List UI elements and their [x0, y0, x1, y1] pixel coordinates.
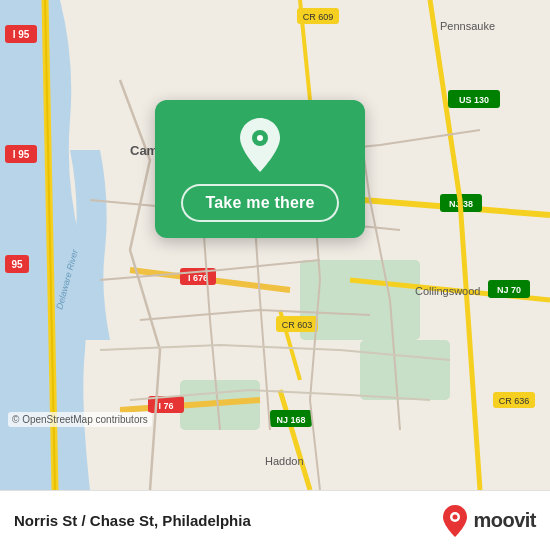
svg-text:NJ 70: NJ 70 [497, 285, 521, 295]
svg-text:I 95: I 95 [13, 149, 30, 160]
svg-text:95: 95 [11, 259, 23, 270]
svg-text:CR 603: CR 603 [282, 320, 313, 330]
take-me-there-button[interactable]: Take me there [181, 184, 338, 222]
bottom-bar: Norris St / Chase St, Philadelphia moovi… [0, 490, 550, 550]
svg-text:Haddon: Haddon [265, 455, 304, 467]
map-container: I 95 I 95 95 NJ 38 US 130 NJ 70 CR 609 C… [0, 0, 550, 490]
location-label: Norris St / Chase St, Philadelphia [14, 512, 251, 529]
svg-text:I 676: I 676 [188, 273, 208, 283]
svg-text:US 130: US 130 [459, 95, 489, 105]
moovit-brand-text: moovit [473, 509, 536, 532]
svg-rect-2 [360, 340, 450, 400]
svg-text:I 76: I 76 [158, 401, 173, 411]
svg-text:NJ 168: NJ 168 [276, 415, 305, 425]
svg-text:CR 636: CR 636 [499, 396, 530, 406]
svg-point-36 [453, 514, 458, 519]
svg-text:CR 609: CR 609 [303, 12, 334, 22]
svg-text:Pennsauke: Pennsauke [440, 20, 495, 32]
location-card: Take me there [155, 100, 365, 238]
moovit-logo: moovit [441, 504, 536, 538]
svg-text:I 95: I 95 [13, 29, 30, 40]
moovit-pin-icon [441, 504, 469, 538]
osm-credit: © OpenStreetMap contributors [8, 412, 152, 427]
svg-text:Collingswood: Collingswood [415, 285, 480, 297]
svg-point-34 [257, 135, 263, 141]
location-pin-icon [233, 118, 287, 172]
